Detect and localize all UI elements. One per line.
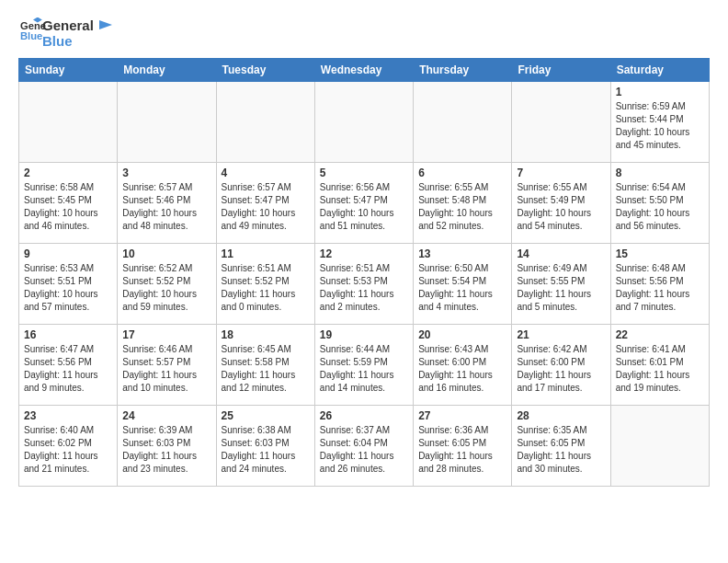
calendar-cell: 8Sunrise: 6:54 AM Sunset: 5:50 PM Daylig… (610, 163, 709, 244)
calendar-cell: 17Sunrise: 6:46 AM Sunset: 5:57 PM Dayli… (118, 325, 216, 406)
calendar-cell (414, 82, 512, 163)
day-number: 27 (418, 409, 506, 422)
calendar-cell: 21Sunrise: 6:42 AM Sunset: 6:00 PM Dayli… (512, 325, 610, 406)
day-number: 8 (616, 167, 704, 179)
day-number: 15 (616, 247, 704, 260)
calendar-cell (610, 406, 709, 487)
day-number: 7 (517, 167, 605, 179)
weekday-header-wednesday: Wednesday (314, 59, 413, 82)
day-info: Sunrise: 6:40 AM Sunset: 6:02 PM Dayligh… (24, 424, 112, 476)
day-number: 25 (222, 409, 310, 422)
calendar-cell: 10Sunrise: 6:52 AM Sunset: 5:52 PM Dayli… (118, 244, 216, 325)
calendar-week-row: 9Sunrise: 6:53 AM Sunset: 5:51 PM Daylig… (19, 244, 710, 325)
day-number: 23 (24, 409, 112, 422)
day-number: 5 (320, 167, 408, 179)
calendar-cell (216, 82, 314, 163)
day-number: 18 (222, 328, 310, 341)
day-info: Sunrise: 6:52 AM Sunset: 5:52 PM Dayligh… (122, 262, 210, 314)
day-number: 4 (222, 167, 310, 179)
calendar-cell: 19Sunrise: 6:44 AM Sunset: 5:59 PM Dayli… (314, 325, 413, 406)
day-number: 16 (24, 328, 112, 341)
calendar-cell (19, 82, 118, 163)
day-info: Sunrise: 6:47 AM Sunset: 5:56 PM Dayligh… (24, 343, 112, 395)
calendar-cell: 12Sunrise: 6:51 AM Sunset: 5:53 PM Dayli… (314, 244, 413, 325)
calendar-cell: 22Sunrise: 6:41 AM Sunset: 6:01 PM Dayli… (610, 325, 709, 406)
calendar-cell: 23Sunrise: 6:40 AM Sunset: 6:02 PM Dayli… (19, 406, 118, 487)
weekday-header-tuesday: Tuesday (216, 59, 314, 82)
weekday-header-row: SundayMondayTuesdayWednesdayThursdayFrid… (19, 59, 710, 82)
day-info: Sunrise: 6:36 AM Sunset: 6:05 PM Dayligh… (418, 424, 506, 476)
calendar-cell: 26Sunrise: 6:37 AM Sunset: 6:04 PM Dayli… (314, 406, 413, 487)
svg-marker-3 (99, 20, 112, 29)
calendar-cell: 27Sunrise: 6:36 AM Sunset: 6:05 PM Dayli… (414, 406, 512, 487)
day-info: Sunrise: 6:54 AM Sunset: 5:50 PM Dayligh… (616, 181, 704, 233)
day-info: Sunrise: 6:39 AM Sunset: 6:03 PM Dayligh… (122, 424, 210, 476)
day-number: 11 (222, 247, 310, 260)
calendar-cell: 9Sunrise: 6:53 AM Sunset: 5:51 PM Daylig… (19, 244, 118, 325)
calendar-cell: 13Sunrise: 6:50 AM Sunset: 5:54 PM Dayli… (414, 244, 512, 325)
day-info: Sunrise: 6:41 AM Sunset: 6:01 PM Dayligh… (616, 343, 704, 395)
day-info: Sunrise: 6:53 AM Sunset: 5:51 PM Dayligh… (24, 262, 112, 314)
day-info: Sunrise: 6:57 AM Sunset: 5:46 PM Dayligh… (122, 181, 210, 233)
day-info: Sunrise: 6:37 AM Sunset: 6:04 PM Dayligh… (320, 424, 408, 476)
day-info: Sunrise: 6:59 AM Sunset: 5:44 PM Dayligh… (616, 100, 704, 152)
calendar-cell: 24Sunrise: 6:39 AM Sunset: 6:03 PM Dayli… (118, 406, 216, 487)
day-number: 13 (418, 247, 506, 260)
calendar-cell: 1Sunrise: 6:59 AM Sunset: 5:44 PM Daylig… (610, 82, 709, 163)
calendar-cell: 6Sunrise: 6:55 AM Sunset: 5:48 PM Daylig… (414, 163, 512, 244)
day-number: 24 (122, 409, 210, 422)
day-number: 12 (320, 247, 408, 260)
logo: General Blue General Blue (18, 15, 114, 49)
day-number: 17 (122, 328, 210, 341)
day-number: 19 (320, 328, 408, 341)
logo-general: General (42, 18, 114, 34)
calendar-cell: 16Sunrise: 6:47 AM Sunset: 5:56 PM Dayli… (19, 325, 118, 406)
calendar-cell (512, 82, 610, 163)
day-number: 28 (517, 409, 605, 422)
calendar-cell: 25Sunrise: 6:38 AM Sunset: 6:03 PM Dayli… (216, 406, 314, 487)
weekday-header-thursday: Thursday (414, 59, 512, 82)
weekday-header-friday: Friday (512, 59, 610, 82)
day-info: Sunrise: 6:56 AM Sunset: 5:47 PM Dayligh… (320, 181, 408, 233)
day-number: 1 (616, 86, 704, 98)
calendar-cell (118, 82, 216, 163)
calendar-cell: 20Sunrise: 6:43 AM Sunset: 6:00 PM Dayli… (414, 325, 512, 406)
day-info: Sunrise: 6:46 AM Sunset: 5:57 PM Dayligh… (122, 343, 210, 395)
weekday-header-sunday: Sunday (19, 59, 118, 82)
calendar-cell: 7Sunrise: 6:55 AM Sunset: 5:49 PM Daylig… (512, 163, 610, 244)
day-number: 9 (24, 247, 112, 260)
day-info: Sunrise: 6:51 AM Sunset: 5:53 PM Dayligh… (320, 262, 408, 314)
calendar-cell: 2Sunrise: 6:58 AM Sunset: 5:45 PM Daylig… (19, 163, 118, 244)
logo-text-block: General Blue (42, 18, 114, 49)
day-number: 26 (320, 409, 408, 422)
logo-blue: Blue (42, 34, 114, 50)
day-number: 2 (24, 167, 112, 179)
calendar-cell: 5Sunrise: 6:56 AM Sunset: 5:47 PM Daylig… (314, 163, 413, 244)
calendar-week-row: 23Sunrise: 6:40 AM Sunset: 6:02 PM Dayli… (19, 406, 710, 487)
day-number: 22 (616, 328, 704, 341)
day-number: 10 (122, 247, 210, 260)
calendar-cell: 14Sunrise: 6:49 AM Sunset: 5:55 PM Dayli… (512, 244, 610, 325)
day-info: Sunrise: 6:45 AM Sunset: 5:58 PM Dayligh… (222, 343, 310, 395)
day-number: 21 (517, 328, 605, 341)
calendar-cell: 4Sunrise: 6:57 AM Sunset: 5:47 PM Daylig… (216, 163, 314, 244)
calendar-week-row: 16Sunrise: 6:47 AM Sunset: 5:56 PM Dayli… (19, 325, 710, 406)
day-info: Sunrise: 6:55 AM Sunset: 5:48 PM Dayligh… (418, 181, 506, 233)
day-number: 14 (517, 247, 605, 260)
calendar-cell (314, 82, 413, 163)
calendar-cell: 11Sunrise: 6:51 AM Sunset: 5:52 PM Dayli… (216, 244, 314, 325)
calendar-cell: 15Sunrise: 6:48 AM Sunset: 5:56 PM Dayli… (610, 244, 709, 325)
day-info: Sunrise: 6:51 AM Sunset: 5:52 PM Dayligh… (222, 262, 310, 314)
weekday-header-monday: Monday (118, 59, 216, 82)
calendar-cell: 28Sunrise: 6:35 AM Sunset: 6:05 PM Dayli… (512, 406, 610, 487)
day-info: Sunrise: 6:38 AM Sunset: 6:03 PM Dayligh… (222, 424, 310, 476)
day-info: Sunrise: 6:50 AM Sunset: 5:54 PM Dayligh… (418, 262, 506, 314)
calendar-week-row: 2Sunrise: 6:58 AM Sunset: 5:45 PM Daylig… (19, 163, 710, 244)
day-info: Sunrise: 6:42 AM Sunset: 6:00 PM Dayligh… (517, 343, 605, 395)
day-info: Sunrise: 6:35 AM Sunset: 6:05 PM Dayligh… (517, 424, 605, 476)
calendar-week-row: 1Sunrise: 6:59 AM Sunset: 5:44 PM Daylig… (19, 82, 710, 163)
header: General Blue General Blue (18, 15, 710, 49)
page: General Blue General Blue SundayMon (0, 0, 728, 501)
calendar-cell: 3Sunrise: 6:57 AM Sunset: 5:46 PM Daylig… (118, 163, 216, 244)
day-info: Sunrise: 6:48 AM Sunset: 5:56 PM Dayligh… (616, 262, 704, 314)
